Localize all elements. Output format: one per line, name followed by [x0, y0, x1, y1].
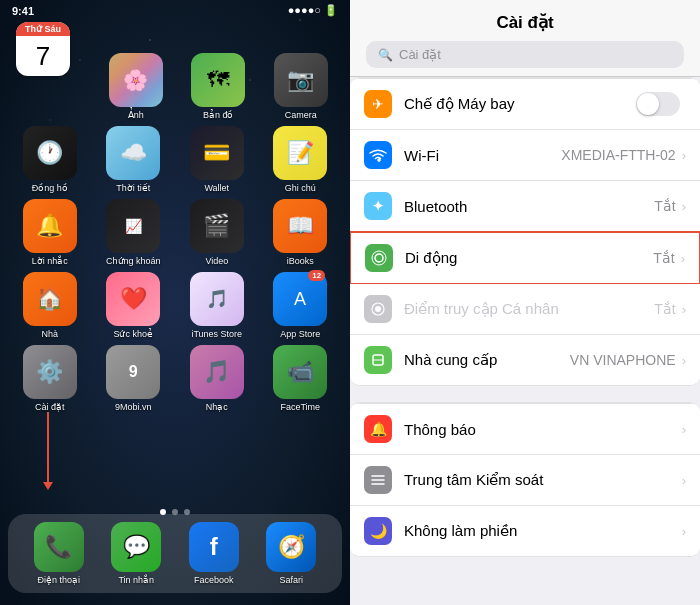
- app-itunes-label: iTunes Store: [191, 329, 242, 339]
- dock-safari[interactable]: 🧭 Safari: [266, 522, 316, 585]
- dock-phone[interactable]: 📞 Điện thoại: [34, 522, 84, 585]
- settings-header: Cài đặt 🔍 Cài đặt: [350, 0, 700, 77]
- chevron-wifi: ›: [682, 148, 686, 163]
- dock-tinnhan-label: Tin nhắn: [118, 575, 154, 585]
- iphone-screen: 9:41 ●●●●○ 🔋 Thứ Sáu 7 🌸 Ảnh 🗺 Bản đồ 📷 …: [0, 0, 350, 605]
- app-thoitiet[interactable]: ☁️ Thời tiết: [106, 126, 160, 193]
- icon-bluetooth: ✦: [364, 192, 392, 220]
- status-bar: 9:41 ●●●●○ 🔋: [0, 0, 350, 21]
- app-facetime-label: FaceTime: [280, 402, 320, 412]
- row-diem-truy-cap: Điểm truy cập Cá nhân Tắt ›: [350, 284, 700, 335]
- app-chungkhoan[interactable]: 📈 Chứng khoán: [106, 199, 161, 266]
- chevron-thong-bao: ›: [682, 422, 686, 437]
- app-video[interactable]: 🎬 Video: [190, 199, 244, 266]
- app-ibooks[interactable]: 📖 iBooks: [273, 199, 327, 266]
- app-loinhac-label: Lời nhắc: [32, 256, 68, 266]
- row-khong-lam-phien[interactable]: 🌙 Không làm phiền ›: [350, 506, 700, 556]
- row-thong-bao[interactable]: 🔔 Thông báo ›: [350, 403, 700, 455]
- dock: 📞 Điện thoại 💬 Tin nhắn f Facebook 🧭 Saf…: [8, 514, 342, 593]
- app-row-3: 🔔 Lời nhắc 📈 Chứng khoán 🎬 Video 📖 iBook…: [8, 199, 342, 266]
- dock-facebook[interactable]: f Facebook: [189, 522, 239, 585]
- settings-title: Cài đặt: [366, 12, 684, 33]
- app-nha[interactable]: 🏠 Nhà: [23, 272, 77, 339]
- arrow-head: [43, 482, 53, 490]
- row-title-trung-tam: Trung tâm Kiểm soát: [404, 471, 682, 489]
- chevron-khong-lam-phien: ›: [682, 524, 686, 539]
- icon-di-dong: [365, 244, 393, 272]
- app-ghichu-label: Ghi chú: [285, 183, 316, 193]
- app-row-5: ⚙️ Cài đặt 9 9Mobi.vn 🎵 Nhạc 📹 FaceTime: [8, 345, 342, 412]
- settings-list: ✈ Chế độ Máy bay Wi-Fi XMEDIA-FTTH-02 › …: [350, 77, 700, 605]
- app-video-label: Video: [206, 256, 229, 266]
- svg-text:A: A: [294, 289, 306, 309]
- svg-point-3: [375, 306, 381, 312]
- row-title-khong-lam-phien: Không làm phiền: [404, 522, 682, 540]
- row-value-nha-cung-cap: VN VINAPHONE: [570, 352, 676, 368]
- row-trung-tam[interactable]: Trung tâm Kiểm soát ›: [350, 455, 700, 506]
- signal: ●●●●○ 🔋: [288, 4, 338, 17]
- app-donghoi[interactable]: 🕐 Đồng hồ: [23, 126, 77, 193]
- app-nhac[interactable]: 🎵 Nhạc: [190, 345, 244, 412]
- svg-point-1: [375, 254, 383, 262]
- settings-search-bar[interactable]: 🔍 Cài đặt: [366, 41, 684, 68]
- app-bando[interactable]: 🗺 Bản đồ: [191, 53, 245, 120]
- row-value-diem-truy-cap: Tắt: [654, 301, 675, 317]
- icon-trung-tam: [364, 466, 392, 494]
- dock-facebook-label: Facebook: [194, 575, 234, 585]
- calendar-day-name: Thứ Sáu: [16, 22, 70, 36]
- app-nha-label: Nhà: [41, 329, 58, 339]
- app-ghichu[interactable]: 📝 Ghi chú: [273, 126, 327, 193]
- app-appstore[interactable]: A 12 App Store: [273, 272, 327, 339]
- appstore-badge: 12: [308, 270, 325, 281]
- app-facetime[interactable]: 📹 FaceTime: [273, 345, 327, 412]
- search-icon: 🔍: [378, 48, 393, 62]
- app-9mobi[interactable]: 9 9Mobi.vn: [106, 345, 160, 412]
- icon-khong-lam-phien: 🌙: [364, 517, 392, 545]
- row-value-di-dong: Tắt: [653, 250, 674, 266]
- app-ibooks-label: iBooks: [287, 256, 314, 266]
- row-title-wifi: Wi-Fi: [404, 147, 561, 164]
- app-9mobi-label: 9Mobi.vn: [115, 402, 152, 412]
- toggle-airplane[interactable]: [636, 92, 680, 116]
- app-appstore-label: App Store: [280, 329, 320, 339]
- app-anh[interactable]: 🌸 Ảnh: [109, 53, 163, 120]
- row-title-diem-truy-cap: Điểm truy cập Cá nhân: [404, 300, 654, 318]
- row-value-bluetooth: Tắt: [654, 198, 675, 214]
- svg-point-2: [372, 251, 386, 265]
- app-nhac-label: Nhạc: [206, 402, 228, 412]
- chevron-bluetooth: ›: [682, 199, 686, 214]
- app-itunes[interactable]: 🎵 iTunes Store: [190, 272, 244, 339]
- app-row-4: 🏠 Nhà ❤️ Sức khoẻ 🎵 iTunes Store A 12 Ap…: [8, 272, 342, 339]
- row-che-do-may-bay[interactable]: ✈ Chế độ Máy bay: [350, 78, 700, 130]
- row-title-di-dong: Di động: [405, 249, 653, 267]
- chevron-trung-tam: ›: [682, 473, 686, 488]
- row-title-nha-cung-cap: Nhà cung cấp: [404, 351, 570, 369]
- row-di-dong[interactable]: Di động Tắt ›: [350, 231, 700, 285]
- app-thoitiet-label: Thời tiết: [116, 183, 150, 193]
- chevron-di-dong: ›: [681, 251, 685, 266]
- row-title-airplane: Chế độ Máy bay: [404, 95, 636, 113]
- row-wifi[interactable]: Wi-Fi XMEDIA-FTTH-02 ›: [350, 130, 700, 181]
- settings-panel: Cài đặt 🔍 Cài đặt ✈ Chế độ Máy bay Wi-Fi…: [350, 0, 700, 605]
- app-row-2: 🕐 Đồng hồ ☁️ Thời tiết 💳 Wallet 📝 Ghi ch…: [8, 126, 342, 193]
- row-value-wifi: XMEDIA-FTTH-02: [561, 147, 675, 163]
- app-camera[interactable]: 📷 Camera: [274, 53, 328, 120]
- app-grid: 🌸 Ảnh 🗺 Bản đồ 📷 Camera 🕐 Đồng hồ ☁️ Thờ…: [0, 49, 350, 422]
- app-anh-label: Ảnh: [128, 110, 144, 120]
- app-suckhoe-label: Sức khoẻ: [113, 329, 153, 339]
- row-bluetooth[interactable]: ✦ Bluetooth Tắt ›: [350, 181, 700, 232]
- icon-airplane: ✈: [364, 90, 392, 118]
- arrow-line: [47, 412, 49, 482]
- app-caidat[interactable]: ⚙️ Cài đặt: [23, 345, 77, 412]
- search-placeholder: Cài đặt: [399, 47, 441, 62]
- app-loinhac[interactable]: 🔔 Lời nhắc: [23, 199, 77, 266]
- app-row-1: 🌸 Ảnh 🗺 Bản đồ 📷 Camera: [8, 53, 342, 120]
- dock-phone-label: Điện thoại: [37, 575, 80, 585]
- dock-tinnhan[interactable]: 💬 Tin nhắn: [111, 522, 161, 585]
- app-caidat-label: Cài đặt: [35, 402, 65, 412]
- app-suckhoe[interactable]: ❤️ Sức khoẻ: [106, 272, 160, 339]
- chevron-nha-cung-cap: ›: [682, 353, 686, 368]
- app-wallet[interactable]: 💳 Wallet: [190, 126, 244, 193]
- app-donghoi-label: Đồng hồ: [32, 183, 68, 193]
- row-nha-cung-cap[interactable]: Nhà cung cấp VN VINAPHONE ›: [350, 335, 700, 385]
